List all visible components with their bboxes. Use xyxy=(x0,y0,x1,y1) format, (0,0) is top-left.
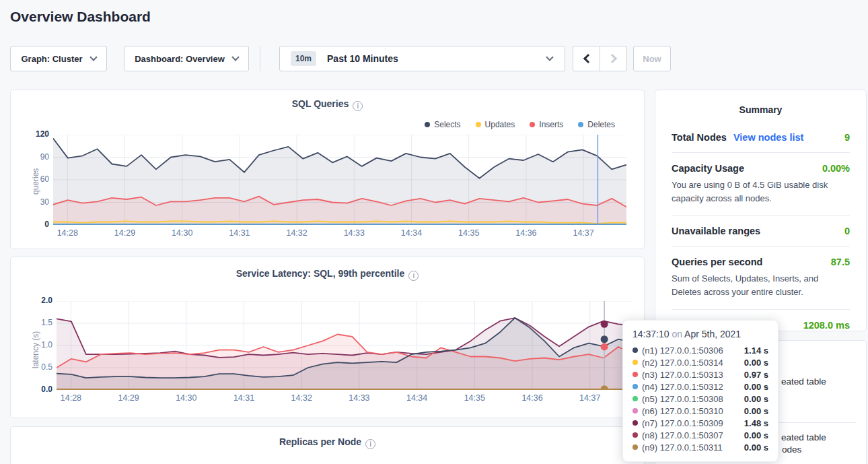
tooltip-timestamp: 14:37:10 on Apr 5th, 2021 xyxy=(632,329,768,339)
dashboard-dropdown[interactable]: Dashboard: Overview xyxy=(124,46,249,71)
chevron-down-icon xyxy=(546,53,553,61)
tooltip-row: (n9) 127.0.0.1:503110.00 s xyxy=(632,441,768,453)
p99-value: 1208.0 ms xyxy=(803,320,850,331)
tooltip-node-address: (n7) 127.0.0.1:50309 xyxy=(642,418,740,428)
capacity-desc: You are using 0 B of 4.5 GiB usable disk… xyxy=(672,178,850,205)
time-range-dropdown[interactable]: 10m Past 10 Minutes xyxy=(279,46,565,71)
event-text-fragment: eated table xyxy=(781,432,826,442)
time-range-label: Past 10 Minutes xyxy=(327,53,398,64)
tooltip-node-address: (n6) 127.0.0.1:50310 xyxy=(642,406,740,416)
chevron-down-icon xyxy=(89,53,97,61)
y-axis-tick: 60 xyxy=(22,174,49,184)
y-axis-tick: 2.0 xyxy=(26,296,52,305)
info-icon[interactable]: i xyxy=(365,439,375,449)
sql-queries-plot[interactable] xyxy=(53,135,626,225)
tooltip-node-value: 0.00 s xyxy=(744,382,768,392)
graph-dropdown[interactable]: Graph: Cluster xyxy=(10,46,107,71)
replicas-chart-card: Replicas per Nodei xyxy=(10,426,645,464)
y-axis-tick: 0.0 xyxy=(26,385,52,394)
tooltip-rows: (n1) 127.0.0.1:503061.14 s(n2) 127.0.0.1… xyxy=(632,344,768,453)
tooltip-node-value: 0.00 s xyxy=(744,358,768,368)
node-dot-icon xyxy=(632,396,638,401)
event-text-fragment: eated table xyxy=(781,376,826,387)
latency-plot[interactable] xyxy=(57,301,633,390)
node-dot-icon xyxy=(632,408,638,413)
page-title: Overview Dashboard xyxy=(10,9,151,25)
summary-unavailable-ranges: Unavailable ranges 0 xyxy=(672,216,850,246)
unavailable-ranges-label: Unavailable ranges xyxy=(672,226,760,236)
x-axis-tick: 14:28 xyxy=(47,228,87,238)
legend-label: Deletes xyxy=(587,120,615,129)
x-axis-tick: 14:35 xyxy=(454,393,495,403)
x-axis-tick: 14:32 xyxy=(277,228,317,238)
chart-tooltip: 14:37:10 on Apr 5th, 2021 (n1) 127.0.0.1… xyxy=(622,320,779,462)
time-next-button[interactable] xyxy=(600,46,627,71)
sql-legend: SelectsUpdatesInsertsDeletes xyxy=(425,120,615,129)
y-axis-tick: 1.5 xyxy=(26,318,52,327)
graph-dropdown-label: Graph: Cluster xyxy=(21,54,82,64)
legend-label: Selects xyxy=(434,120,460,129)
tooltip-row: (n4) 127.0.0.1:503120.00 s xyxy=(632,380,768,393)
tooltip-node-address: (n9) 127.0.0.1:50311 xyxy=(642,442,740,453)
tooltip-node-address: (n3) 127.0.0.1:50313 xyxy=(642,370,740,380)
tooltip-row: (n7) 127.0.0.1:503091.48 s xyxy=(632,417,768,429)
tooltip-node-value: 0.97 s xyxy=(744,370,768,380)
y-axis-tick: 30 xyxy=(22,197,49,207)
y-axis-tick: 0 xyxy=(22,220,49,229)
info-icon[interactable]: i xyxy=(408,271,419,281)
replicas-chart-title: Replicas per Nodei xyxy=(11,436,644,449)
summary-total-nodes: Total Nodes View nodes list 9 xyxy=(672,122,850,153)
node-dot-icon xyxy=(632,420,638,426)
y-axis-tick: 0.5 xyxy=(26,362,52,372)
x-axis-tick: 14:29 xyxy=(105,228,145,238)
chevron-down-icon xyxy=(231,53,239,61)
tooltip-node-address: (n2) 127.0.0.1:50314 xyxy=(642,358,740,368)
x-axis-tick: 14:28 xyxy=(50,393,91,403)
tooltip-row: (n1) 127.0.0.1:503061.14 s xyxy=(632,344,768,356)
total-nodes-value: 9 xyxy=(844,132,850,143)
info-icon[interactable]: i xyxy=(353,101,363,111)
x-axis-tick: 14:33 xyxy=(334,228,374,238)
legend-label: Inserts xyxy=(539,120,563,129)
y-axis-tick: 90 xyxy=(22,152,49,162)
legend-item-selects[interactable]: Selects xyxy=(425,120,460,129)
node-dot-icon xyxy=(632,444,638,450)
time-prev-button[interactable] xyxy=(573,46,600,71)
tooltip-row: (n6) 127.0.0.1:503100.00 s xyxy=(632,405,768,417)
legend-dot-icon xyxy=(476,122,481,127)
sql-queries-chart-title: SQL Queriesi xyxy=(11,98,644,111)
tooltip-node-address: (n8) 127.0.0.1:50307 xyxy=(642,430,740,440)
legend-item-updates[interactable]: Updates xyxy=(476,120,515,129)
legend-item-inserts[interactable]: Inserts xyxy=(530,120,563,129)
qps-label: Queries per second xyxy=(672,257,762,267)
x-axis-tick: 14:31 xyxy=(224,393,264,403)
tooltip-node-address: (n1) 127.0.0.1:50306 xyxy=(642,345,740,356)
tooltip-row: (n8) 127.0.0.1:503070.00 s xyxy=(632,429,768,441)
now-button[interactable]: Now xyxy=(633,46,671,71)
tooltip-node-value: 1.48 s xyxy=(744,418,768,428)
chevron-right-icon xyxy=(607,54,616,63)
legend-item-deletes[interactable]: Deletes xyxy=(578,120,615,129)
tooltip-row: (n3) 127.0.0.1:503130.97 s xyxy=(632,368,768,380)
tooltip-node-value: 0.00 s xyxy=(744,406,768,416)
x-axis-tick: 14:37 xyxy=(570,393,610,403)
capacity-label: Capacity Usage xyxy=(672,163,744,174)
x-axis-tick: 14:30 xyxy=(162,228,203,238)
x-axis-tick: 14:36 xyxy=(506,228,546,238)
node-dot-icon xyxy=(632,384,638,389)
latency-chart-title: Service Latency: SQL, 99th percentilei xyxy=(11,268,644,281)
x-axis-tick: 14:33 xyxy=(339,393,379,403)
node-dot-icon xyxy=(632,347,638,353)
tooltip-node-address: (n4) 127.0.0.1:50312 xyxy=(642,382,740,392)
summary-qps: Queries per second 87.5 Sum of Selects, … xyxy=(672,246,850,309)
node-dot-icon xyxy=(632,360,638,365)
view-nodes-list-link[interactable]: View nodes list xyxy=(733,132,804,143)
x-axis-tick: 14:36 xyxy=(512,393,552,403)
capacity-value: 0.00% xyxy=(822,163,850,174)
event-text-fragment: odes xyxy=(782,444,801,455)
total-nodes-label: Total Nodes xyxy=(672,132,727,143)
tooltip-node-address: (n5) 127.0.0.1:50308 xyxy=(642,394,740,404)
tooltip-node-value: 0.00 s xyxy=(744,442,768,453)
x-axis-tick: 14:34 xyxy=(397,393,437,403)
legend-label: Updates xyxy=(485,120,515,129)
